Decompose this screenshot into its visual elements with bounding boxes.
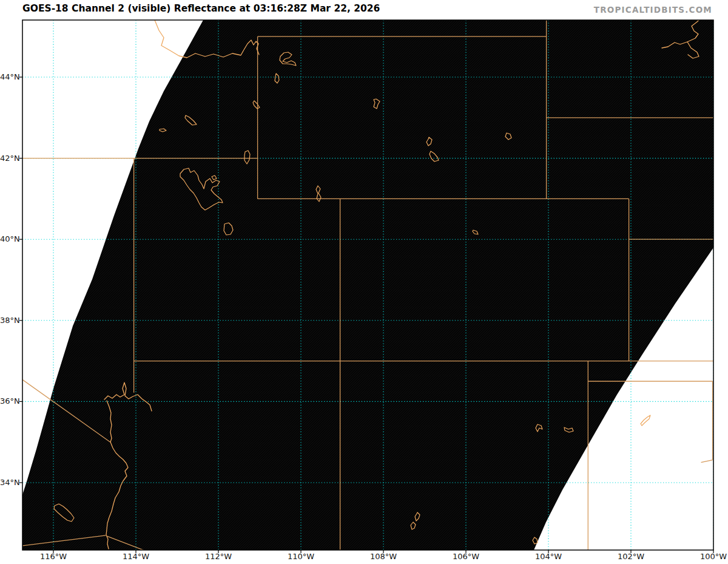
x-tick-label: 114°W: [123, 552, 149, 561]
x-tick-label: 112°W: [205, 552, 232, 561]
x-tick-label: 104°W: [535, 552, 562, 561]
border-red-river-border: [701, 460, 713, 463]
x-tick-label: 106°W: [453, 552, 479, 561]
x-tick-label: 100°W: [700, 552, 727, 561]
satellite-map: [0, 0, 728, 564]
y-tick-label: 40°N: [0, 234, 18, 243]
y-tick-label: 36°N: [0, 396, 18, 406]
scan-area-texture: [22, 20, 713, 550]
x-tick-label: 102°W: [618, 552, 644, 561]
x-tick-label: 116°W: [40, 552, 67, 561]
y-tick-label: 44°N: [0, 72, 18, 81]
y-tick-label: 38°N: [0, 316, 18, 325]
y-tick-label: 42°N: [0, 154, 18, 163]
goes-satellite-page: GOES-18 Channel 2 (visible) Reflectance …: [0, 0, 728, 564]
map-plot-area: [21, 16, 720, 552]
x-tick-label: 110°W: [288, 552, 314, 561]
lake-lake-meredith: [641, 415, 650, 426]
y-tick-label: 34°N: [0, 478, 18, 487]
x-tick-label: 108°W: [370, 552, 397, 561]
